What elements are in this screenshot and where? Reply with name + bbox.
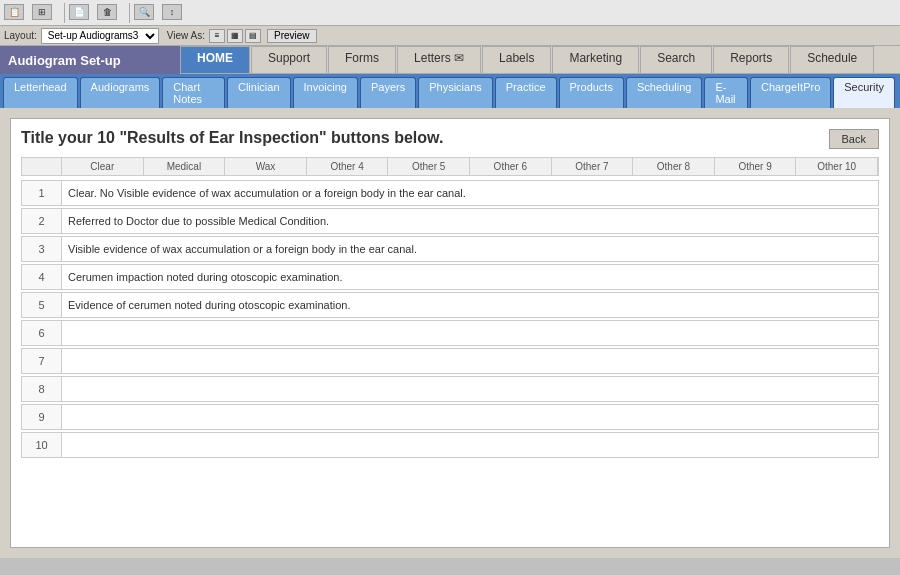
col-header-num	[22, 158, 62, 175]
tab-letters[interactable]: Letters ✉	[397, 46, 481, 73]
col-header-clear: Clear	[62, 158, 144, 175]
subtab-products[interactable]: Products	[559, 77, 624, 108]
back-button[interactable]: Back	[829, 129, 879, 149]
table-row: 9	[21, 404, 879, 430]
table-row: 8	[21, 376, 879, 402]
preview-button[interactable]: Preview	[267, 29, 317, 43]
row-number: 2	[22, 209, 62, 233]
table-row: 5	[21, 292, 879, 318]
find-button[interactable]: 🔍	[134, 4, 154, 21]
table-row: 1	[21, 180, 879, 206]
row-input-3[interactable]	[62, 237, 878, 261]
top-toolbar: 📋 ⊞ 📄 🗑 🔍 ↕	[0, 0, 900, 26]
table-row: 3	[21, 236, 879, 262]
row-container: 12345678910	[21, 180, 879, 458]
row-input-1[interactable]	[62, 181, 878, 205]
row-input-8[interactable]	[62, 377, 878, 401]
subtab-chargeitpro[interactable]: ChargeItPro	[750, 77, 831, 108]
tab-schedule[interactable]: Schedule	[790, 46, 874, 73]
layout-label: Layout:	[4, 30, 37, 41]
subtab-letterhead[interactable]: Letterhead	[3, 77, 78, 108]
row-number: 4	[22, 265, 62, 289]
sort-icon: ↕	[162, 4, 182, 20]
delete-record-button[interactable]: 🗑	[97, 4, 117, 21]
sub-nav: Letterhead Audiograms Chart Notes Clinic…	[0, 74, 900, 108]
app-title: Audiogram Set-up	[0, 46, 180, 74]
inner-panel: Back Title your 10 "Results of Ear Inspe…	[10, 118, 890, 548]
tab-support[interactable]: Support	[251, 46, 327, 73]
new-record-icon: 📄	[69, 4, 89, 20]
col-header-other8: Other 8	[633, 158, 715, 175]
subtab-audiograms[interactable]: Audiograms	[80, 77, 161, 108]
col-header-other4: Other 4	[307, 158, 389, 175]
table-row: 10	[21, 432, 879, 458]
tab-home[interactable]: HOME	[180, 46, 250, 73]
view-table-button[interactable]: ▤	[245, 29, 261, 43]
tab-labels[interactable]: Labels	[482, 46, 551, 73]
row-number: 5	[22, 293, 62, 317]
tab-marketing[interactable]: Marketing	[552, 46, 639, 73]
col-header-other10: Other 10	[796, 158, 878, 175]
row-input-4[interactable]	[62, 265, 878, 289]
row-input-7[interactable]	[62, 349, 878, 373]
subtab-scheduling[interactable]: Scheduling	[626, 77, 702, 108]
main-nav: HOME Support Forms Letters ✉ Labels Mark…	[180, 46, 900, 74]
view-form-button[interactable]: ≡	[209, 29, 225, 43]
view-list-button[interactable]: ▦	[227, 29, 243, 43]
row-input-5[interactable]	[62, 293, 878, 317]
layout-bar: Layout: Set-up Audiograms3 View As: ≡ ▦ …	[0, 26, 900, 46]
row-number: 9	[22, 405, 62, 429]
content-area: Back Title your 10 "Results of Ear Inspe…	[0, 108, 900, 558]
tab-reports[interactable]: Reports	[713, 46, 789, 73]
row-number: 1	[22, 181, 62, 205]
col-header-other7: Other 7	[552, 158, 634, 175]
records-icon: 📋	[4, 4, 24, 20]
col-header-other9: Other 9	[715, 158, 797, 175]
row-input-6[interactable]	[62, 321, 878, 345]
panel-title: Title your 10 "Results of Ear Inspection…	[21, 129, 879, 147]
sort-button[interactable]: ↕	[162, 4, 182, 21]
subtab-practice[interactable]: Practice	[495, 77, 557, 108]
col-header-wax: Wax	[225, 158, 307, 175]
subtab-chart-notes[interactable]: Chart Notes	[162, 77, 225, 108]
toolbar-sep-2	[129, 3, 130, 23]
subtab-physicians[interactable]: Physicians	[418, 77, 493, 108]
table-row: 7	[21, 348, 879, 374]
row-input-2[interactable]	[62, 209, 878, 233]
col-header-medical: Medical	[144, 158, 226, 175]
row-number: 6	[22, 321, 62, 345]
col-header-other5: Other 5	[388, 158, 470, 175]
subtab-payers[interactable]: Payers	[360, 77, 416, 108]
row-number: 10	[22, 433, 62, 457]
subtab-email[interactable]: E-Mail	[704, 77, 748, 108]
table-row: 6	[21, 320, 879, 346]
subtab-clinician[interactable]: Clinician	[227, 77, 291, 108]
tab-forms[interactable]: Forms	[328, 46, 396, 73]
table-row: 2	[21, 208, 879, 234]
show-all-button[interactable]: ⊞	[32, 4, 52, 21]
show-all-icon: ⊞	[32, 4, 52, 20]
row-number: 7	[22, 349, 62, 373]
new-record-button[interactable]: 📄	[69, 4, 89, 21]
row-number: 8	[22, 377, 62, 401]
subtab-invoicing[interactable]: Invoicing	[293, 77, 358, 108]
col-header-other6: Other 6	[470, 158, 552, 175]
subtab-security[interactable]: Security	[833, 77, 895, 108]
find-icon: 🔍	[134, 4, 154, 20]
delete-record-icon: 🗑	[97, 4, 117, 20]
row-input-9[interactable]	[62, 405, 878, 429]
column-headers: Clear Medical Wax Other 4 Other 5 Other …	[21, 157, 879, 176]
tab-search[interactable]: Search	[640, 46, 712, 73]
view-label: View As:	[167, 30, 205, 41]
row-input-10[interactable]	[62, 433, 878, 457]
toolbar-sep-1	[64, 3, 65, 23]
layout-select[interactable]: Set-up Audiograms3	[41, 28, 159, 44]
table-row: 4	[21, 264, 879, 290]
records-button[interactable]: 📋	[4, 4, 24, 21]
row-number: 3	[22, 237, 62, 261]
